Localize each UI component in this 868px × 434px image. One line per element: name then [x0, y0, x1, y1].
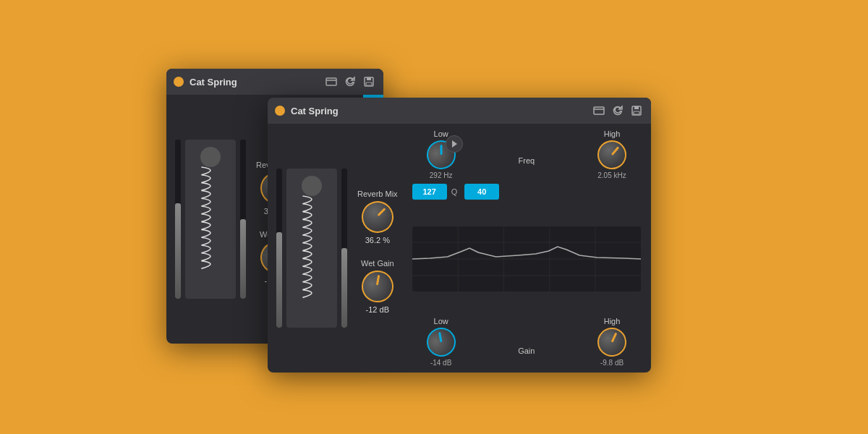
large-level-bar-left [276, 232, 282, 328]
high-freq-group: High 2.05 kHz [583, 129, 641, 179]
spring-svg [195, 154, 226, 284]
large-power-dot[interactable] [275, 106, 285, 116]
large-reverb-label: Reverb Mix [357, 190, 398, 198]
freq-center-label-group: Freq [477, 156, 576, 179]
large-reverb-value: 36.2 % [365, 236, 390, 244]
large-wet-gain-group: Wet Gain -12 dB [357, 259, 398, 314]
q-input-1[interactable] [412, 184, 447, 200]
low-freq-value: 292 Hz [430, 171, 453, 179]
eq-graph [412, 226, 641, 292]
high-gain-group: High -9.8 dB [583, 317, 641, 367]
level-bar-left [175, 203, 181, 299]
low-gain-knob[interactable] [420, 322, 461, 362]
spring-top-dot [200, 147, 221, 167]
svg-rect-6 [594, 107, 604, 114]
large-refresh-icon[interactable] [610, 103, 625, 118]
gain-label: Gain [518, 346, 535, 355]
eq-graph-svg [412, 226, 641, 292]
q-label-1: Q [451, 187, 458, 196]
large-level-meter-right [341, 169, 347, 328]
small-level-meter-right [240, 140, 246, 299]
high-freq-indicator [611, 146, 619, 156]
gain-section: Low -14 dB Gain High -9. [412, 317, 641, 367]
large-eq-panel: Low 292 Hz Freq High [407, 124, 651, 373]
large-content: Reverb Mix 36.2 % Wet Gain -12 dB [268, 124, 651, 373]
small-spring-container [185, 140, 236, 299]
eq-q-row: Q [412, 184, 641, 200]
play-button[interactable] [446, 135, 463, 153]
high-gain-value: -9.8 dB [600, 359, 624, 367]
low-gain-label: Low [434, 317, 448, 326]
small-title-text: Cat Spring [190, 77, 318, 88]
low-freq-indicator [440, 145, 442, 155]
high-gain-knob[interactable] [596, 326, 627, 357]
svg-marker-11 [452, 140, 457, 148]
large-save-icon[interactable] [629, 103, 644, 118]
q-input-group-2 [464, 184, 499, 200]
svg-rect-4 [366, 82, 372, 85]
refresh-icon[interactable] [343, 75, 357, 89]
level-bar-right [240, 219, 246, 299]
high-gain-indicator [611, 333, 618, 343]
large-window-icon[interactable] [592, 103, 606, 118]
low-gain-group: Low -14 dB [412, 317, 470, 367]
play-button-area [446, 129, 463, 147]
large-wet-gain-value: -12 dB [366, 305, 389, 314]
large-level-bar-right [341, 248, 347, 328]
low-gain-value: -14 dB [430, 359, 451, 367]
large-level-meter-left [276, 169, 282, 328]
q-input-2[interactable] [464, 184, 499, 200]
large-title-icons [592, 103, 644, 118]
large-reverb-knob[interactable] [358, 197, 397, 237]
high-freq-knob[interactable] [595, 138, 629, 171]
large-title-bar: Cat Spring [268, 98, 651, 124]
svg-rect-0 [326, 78, 336, 85]
svg-rect-3 [367, 77, 371, 80]
large-reverb-indicator [377, 208, 386, 216]
small-title-bar: Cat Spring [166, 69, 383, 95]
high-gain-label: High [604, 317, 621, 326]
save-icon[interactable] [362, 75, 376, 89]
small-level-meter-left [175, 140, 181, 299]
freq-label: Freq [519, 156, 535, 165]
gain-center-group: Gain [477, 346, 576, 367]
window-icon[interactable] [324, 75, 339, 89]
low-gain-indicator [438, 332, 442, 342]
large-spring-container [286, 169, 337, 328]
large-wet-gain-indicator [376, 275, 380, 285]
large-reverb-mix-group: Reverb Mix 36.2 % [357, 190, 398, 244]
large-spring-svg [296, 183, 328, 313]
large-wet-gain-knob[interactable] [357, 266, 398, 307]
svg-rect-10 [634, 111, 639, 114]
large-knobs-section: Reverb Mix 36.2 % Wet Gain -12 dB [357, 132, 398, 364]
large-spring-top-dot [302, 176, 322, 196]
small-power-dot[interactable] [174, 77, 184, 87]
high-label: High [604, 129, 621, 138]
small-title-icons [324, 75, 376, 89]
large-spring-section [276, 132, 347, 364]
small-spring-section [175, 103, 246, 335]
large-plugin-window: Cat Spring [268, 98, 651, 373]
large-left-section: Reverb Mix 36.2 % Wet Gain -12 dB [268, 124, 407, 373]
q-input-group-1: Q [412, 184, 458, 200]
high-freq-value: 2.05 kHz [597, 171, 626, 179]
large-wet-gain-label: Wet Gain [361, 259, 394, 268]
large-title-text: Cat Spring [291, 106, 586, 116]
svg-rect-9 [634, 106, 639, 109]
